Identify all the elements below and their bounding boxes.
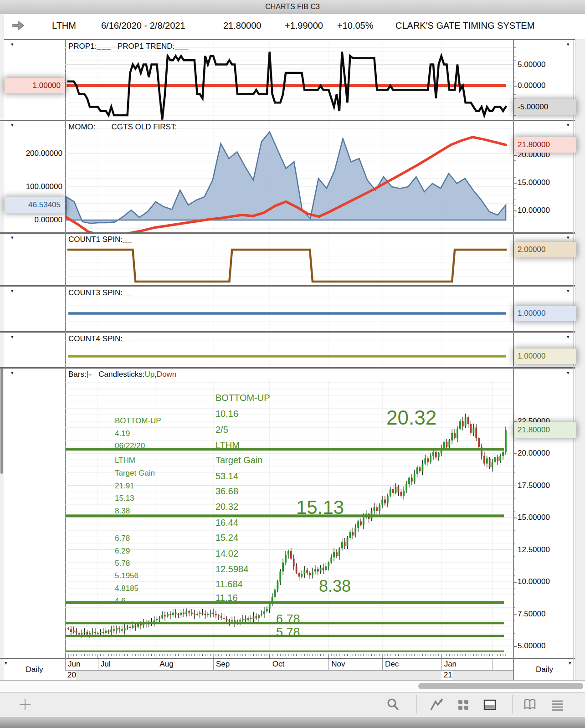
axis-minor-tick xyxy=(514,543,515,543)
axis-tick-label: 12.50000 xyxy=(518,545,550,554)
candle-body xyxy=(390,489,391,496)
half-filled-square-icon[interactable] xyxy=(482,697,498,713)
date-range: 6/16/2020 - 2/8/2021 xyxy=(101,21,185,31)
system-name: CLARK'S GATE TIMING SYSTEM xyxy=(395,21,534,31)
candle-body xyxy=(266,609,268,611)
candle-body xyxy=(202,613,204,614)
legend-count3-mark[interactable]: __ xyxy=(123,288,132,297)
candle-body xyxy=(78,633,80,635)
panel-dropdown-icon[interactable]: ▾ xyxy=(11,42,14,46)
axis-tick-mark xyxy=(514,550,517,551)
window-title-bar[interactable]: CHARTS FIB C3 xyxy=(0,0,585,14)
magnifier-icon[interactable] xyxy=(385,697,401,713)
book-icon[interactable] xyxy=(522,697,538,713)
zigzag-line-icon[interactable] xyxy=(429,697,445,713)
grid-squares-icon[interactable] xyxy=(456,697,471,713)
candle-body xyxy=(247,618,249,620)
candle-body xyxy=(279,571,281,582)
candle-body xyxy=(83,632,85,633)
legend-count1-mark[interactable]: __ xyxy=(123,235,132,244)
annotation-text: 21.91 xyxy=(115,482,134,490)
candle-body xyxy=(414,474,416,482)
candle-body xyxy=(475,428,477,438)
legend-count1: COUNT1 SPIN:__ xyxy=(68,235,132,244)
candle-body xyxy=(110,629,112,632)
cgts-old-first-area xyxy=(66,132,506,224)
legend-prop1-mark[interactable]: ___ xyxy=(97,42,111,51)
panel-dropdown-icon[interactable]: ▾ xyxy=(567,370,570,375)
candle-body xyxy=(379,505,380,511)
fib-level-line xyxy=(66,651,504,652)
panel-dropdown-icon[interactable]: ▾ xyxy=(567,42,570,46)
annotation-text: 20.32 xyxy=(216,502,238,512)
candle-body xyxy=(400,492,402,496)
annotation-text: 4.8185 xyxy=(115,584,139,593)
p3-chart xyxy=(65,233,513,285)
panel-dropdown-icon[interactable]: ▾ xyxy=(11,288,14,293)
legend-cgts-label: CGTS OLD FIRST: xyxy=(112,123,177,131)
axis-minor-tick xyxy=(514,69,516,69)
candle-body xyxy=(231,620,233,622)
axis-minor-tick xyxy=(514,160,516,161)
menu-lines-icon[interactable] xyxy=(549,697,565,713)
chart-header: LTHM 6/16/2020 - 2/8/2021 21.80000 +1.99… xyxy=(0,14,585,39)
candle-body xyxy=(180,613,182,615)
legend-prop1trend-mark[interactable]: ___ xyxy=(174,42,189,51)
interval-left-dropdown-icon[interactable]: ▾ xyxy=(5,661,7,665)
candle-body xyxy=(223,618,225,619)
candle-body xyxy=(245,619,246,620)
legend-momo: MOMO:__ CGTS OLD FIRST:__ xyxy=(68,123,186,132)
panel-dropdown-icon[interactable]: ▾ xyxy=(11,334,14,339)
legend-momo-mark[interactable]: __ xyxy=(96,123,105,131)
candle-body xyxy=(100,632,102,633)
horizontal-scrollbar-thumb[interactable] xyxy=(418,683,583,689)
vertical-scrollbar-thumb[interactable] xyxy=(0,368,3,474)
axis-minor-tick xyxy=(514,447,515,447)
price-change-percent: +10.05% xyxy=(337,21,374,31)
legend-cgts-mark[interactable]: __ xyxy=(177,123,186,131)
axis-minor-tick xyxy=(514,620,515,621)
panel-dropdown-icon[interactable]: ▾ xyxy=(567,235,570,240)
candle-body xyxy=(465,417,467,426)
candle-body xyxy=(344,542,346,546)
legend-bars-mark[interactable]: |- xyxy=(87,370,92,379)
panel-dropdown-icon[interactable]: ▾ xyxy=(11,235,14,240)
candle-body xyxy=(387,496,389,503)
candle-body xyxy=(132,625,133,628)
price-current-value-pill: 21.80000 xyxy=(514,422,576,438)
interval-right-dropdown-icon[interactable]: ▾ xyxy=(569,661,571,665)
candle-body xyxy=(349,532,351,538)
annotation-text: BOTTOM-UP xyxy=(216,393,270,403)
axis-minor-tick xyxy=(514,556,515,557)
annotation-text: 15.24 xyxy=(216,533,238,543)
interval-selector-left[interactable]: Daily xyxy=(4,659,65,680)
right-arrow-icon[interactable] xyxy=(11,20,25,31)
axis-minor-tick xyxy=(514,460,515,460)
axis-tick-label: 100.00000 xyxy=(5,182,62,191)
candle-body xyxy=(239,620,241,622)
candle-body xyxy=(178,614,180,615)
candle-body xyxy=(215,614,217,615)
candle-body xyxy=(459,421,461,429)
candle-body xyxy=(494,457,496,462)
candle-body xyxy=(392,489,394,493)
candle-body xyxy=(167,614,169,617)
panel-dropdown-icon[interactable]: ▾ xyxy=(567,123,570,127)
interval-selector-right[interactable]: Daily xyxy=(514,659,575,680)
legend-count4-mark[interactable]: __ xyxy=(123,334,132,343)
candle-body xyxy=(448,441,450,447)
candle-body xyxy=(169,614,171,615)
interval-right-label: Daily xyxy=(536,665,553,674)
candle-body xyxy=(134,625,136,627)
panel-dropdown-icon[interactable]: ▾ xyxy=(11,370,14,375)
panel-dropdown-icon[interactable]: ▾ xyxy=(567,288,570,293)
plus-icon[interactable] xyxy=(17,697,33,713)
panel-dropdown-icon[interactable]: ▾ xyxy=(11,123,14,127)
month-label-cell: Jan xyxy=(441,659,493,670)
fib-level-label: 20.32 xyxy=(386,406,436,429)
axis-minor-tick xyxy=(514,166,516,166)
last-price: 21.80000 xyxy=(223,21,261,31)
candle-body xyxy=(116,628,118,631)
candle-body xyxy=(502,452,504,456)
panel-dropdown-icon[interactable]: ▾ xyxy=(567,334,570,339)
